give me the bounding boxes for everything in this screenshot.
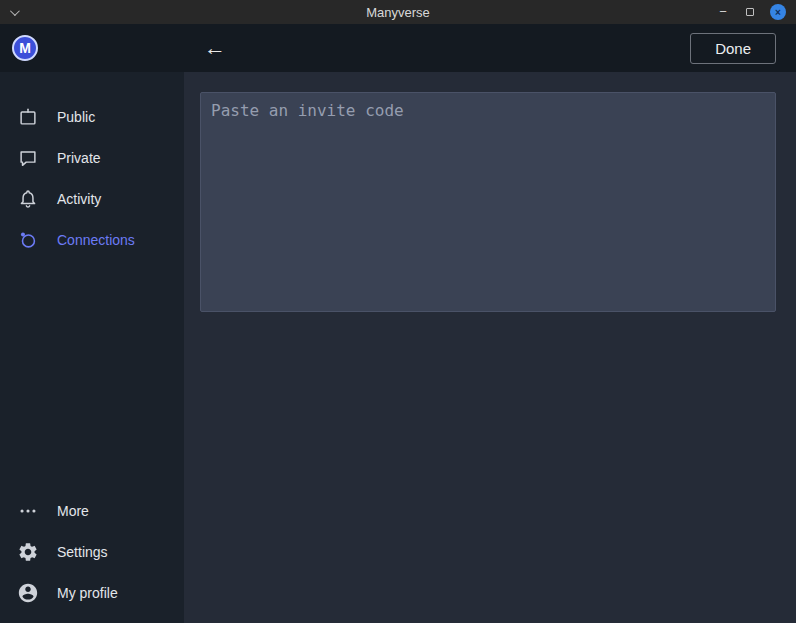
private-icon — [16, 146, 40, 170]
main-panel — [184, 72, 796, 623]
content-area: Public Private Activity — [0, 72, 796, 623]
sidebar-item-label: More — [57, 503, 89, 519]
app-window: Manyverse − × M ← Done — [0, 0, 796, 623]
titlebar: Manyverse − × — [0, 0, 796, 24]
invite-code-input[interactable] — [200, 92, 776, 312]
window-menu-button[interactable] — [0, 0, 26, 24]
sidebar-item-label: Public — [57, 109, 95, 125]
chevron-down-icon — [9, 6, 19, 16]
sidebar-item-label: Activity — [57, 191, 101, 207]
window-controls: − × — [716, 4, 796, 20]
sidebar-item-activity[interactable]: Activity — [0, 178, 184, 219]
sidebar-item-public[interactable]: Public — [0, 96, 184, 137]
sidebar-item-label: My profile — [57, 585, 118, 601]
connections-icon — [16, 228, 40, 252]
sidebar-item-settings[interactable]: Settings — [0, 531, 184, 572]
sidebar-item-label: Private — [57, 150, 101, 166]
sidebar-item-label: Connections — [57, 232, 135, 248]
sidebar-item-private[interactable]: Private — [0, 137, 184, 178]
back-button[interactable]: ← — [200, 35, 230, 61]
app-header: M ← Done — [0, 24, 796, 72]
activity-icon — [16, 187, 40, 211]
sidebar-item-my-profile[interactable]: My profile — [0, 572, 184, 613]
sidebar: Public Private Activity — [0, 72, 184, 623]
manyverse-logo: M — [12, 35, 38, 61]
settings-icon — [16, 540, 40, 564]
sidebar-item-label: Settings — [57, 544, 108, 560]
sidebar-spacer — [0, 260, 184, 490]
sidebar-item-connections[interactable]: Connections — [0, 219, 184, 260]
window-title: Manyverse — [0, 5, 796, 20]
logo-zone: M — [0, 35, 184, 61]
minimize-button[interactable]: − — [716, 4, 730, 20]
profile-icon — [16, 581, 40, 605]
close-button[interactable]: × — [770, 4, 786, 20]
sidebar-item-more[interactable]: More — [0, 490, 184, 531]
restore-icon — [746, 8, 754, 16]
restore-button[interactable] — [746, 8, 754, 16]
more-icon — [16, 499, 40, 523]
done-button[interactable]: Done — [690, 33, 776, 64]
public-icon — [16, 105, 40, 129]
